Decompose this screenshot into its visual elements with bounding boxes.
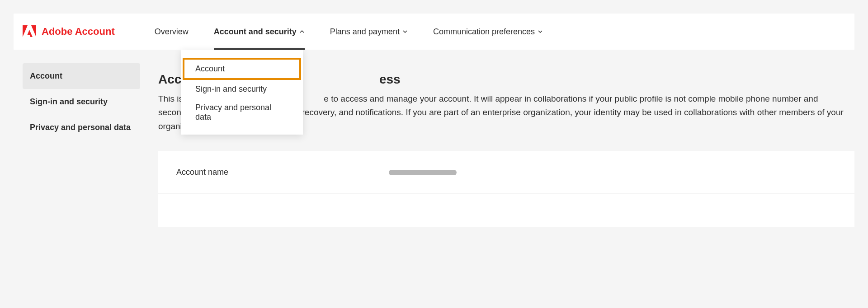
nav-plans-payment[interactable]: Plans and payment bbox=[317, 14, 420, 50]
chevron-up-icon bbox=[299, 29, 305, 34]
sidebar-item-label: Privacy and personal data bbox=[30, 123, 131, 132]
nav-label: Overview bbox=[155, 27, 189, 37]
sidebar-item-signin[interactable]: Sign-in and security bbox=[23, 89, 140, 115]
sidebar-item-label: Sign-in and security bbox=[30, 97, 108, 106]
dropdown-item-signin[interactable]: Sign-in and security bbox=[181, 80, 303, 98]
account-name-card: Account name bbox=[158, 151, 854, 193]
account-security-dropdown: Account Sign-in and security Privacy and… bbox=[181, 50, 303, 135]
redacted-account-name bbox=[389, 170, 457, 175]
card-row-empty bbox=[158, 194, 854, 227]
dropdown-item-label: Account bbox=[195, 64, 225, 73]
adobe-logo-icon bbox=[23, 25, 36, 38]
header: Adobe Account Overview Account and secur… bbox=[14, 14, 854, 50]
nav-label: Communication preferences bbox=[433, 27, 535, 37]
chevron-down-icon bbox=[538, 29, 543, 34]
nav-overview[interactable]: Overview bbox=[142, 14, 201, 50]
sidebar-item-privacy[interactable]: Privacy and personal data bbox=[23, 115, 140, 140]
nav-account-security[interactable]: Account and security bbox=[201, 14, 317, 50]
nav-label: Plans and payment bbox=[330, 27, 400, 37]
dropdown-item-label: Sign-in and security bbox=[195, 84, 267, 93]
brand-container[interactable]: Adobe Account bbox=[23, 25, 115, 38]
dropdown-item-account[interactable]: Account bbox=[183, 58, 301, 80]
top-nav: Overview Account and security Plans and … bbox=[142, 14, 556, 50]
nav-communication[interactable]: Communication preferences bbox=[420, 14, 556, 50]
nav-label: Account and security bbox=[214, 27, 297, 37]
chevron-down-icon bbox=[402, 29, 408, 34]
dropdown-item-label: Privacy and personal data bbox=[195, 103, 271, 121]
sidebar: Account Sign-in and security Privacy and… bbox=[14, 50, 140, 227]
brand-text: Adobe Account bbox=[42, 26, 115, 37]
sidebar-item-label: Account bbox=[30, 71, 62, 80]
card-label-account-name: Account name bbox=[176, 168, 389, 177]
dropdown-item-privacy[interactable]: Privacy and personal data bbox=[181, 98, 303, 126]
content-area: Account Sign-in and security Privacy and… bbox=[14, 50, 854, 227]
sidebar-item-account[interactable]: Account bbox=[23, 63, 140, 89]
